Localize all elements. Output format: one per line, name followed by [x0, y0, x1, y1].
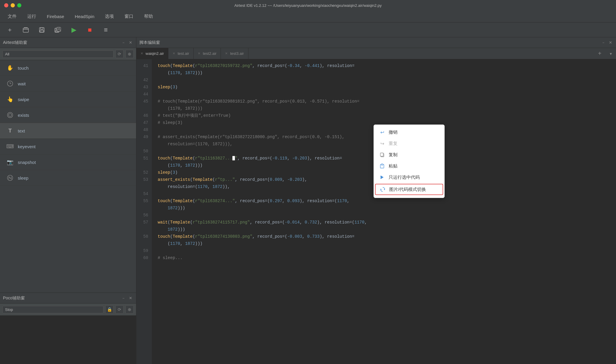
toolbar-save[interactable]: [37, 25, 47, 35]
menu-run[interactable]: 运行: [22, 12, 42, 21]
line-numbers: 41 . 42 43 44 45 . 46 47 48 49 . 50 51 .…: [136, 59, 152, 364]
minimize-button[interactable]: [11, 3, 15, 7]
ctx-toggle-mode[interactable]: 图片/代码模式切换: [375, 184, 443, 195]
api-text[interactable]: T text: [0, 123, 136, 139]
menu-help[interactable]: 帮助: [139, 12, 158, 21]
paste-icon: [379, 163, 385, 169]
title-bar: Airtest IDE v1.2.12 ~~ /Users/leiyuanyua…: [0, 0, 616, 11]
keyevent-label: keyevent: [18, 144, 36, 149]
poco-header: Poco辅助窗 － ✕: [0, 293, 136, 304]
toolbar-play[interactable]: ▶: [69, 25, 79, 35]
tab-test3-close[interactable]: ✕: [225, 52, 228, 55]
maximize-button[interactable]: [17, 3, 21, 7]
ctx-run-selected[interactable]: 只运行选中代码: [374, 172, 444, 183]
ctx-run-selected-label: 只运行选中代码: [389, 175, 420, 180]
poco-select[interactable]: Stop: [2, 306, 103, 313]
tab-test2-close[interactable]: ✕: [198, 52, 200, 55]
airtest-close[interactable]: ✕: [128, 40, 133, 45]
snapshot-label: snapshot: [18, 160, 36, 165]
tab-menu-btn[interactable]: ▾: [606, 48, 616, 59]
svg-rect-20: [380, 153, 383, 156]
tab-add-btn[interactable]: +: [594, 48, 606, 59]
menu-bar: 文件 运行 Firebase HeadSpin 选项 窗口 帮助: [0, 11, 616, 23]
toolbar-menu[interactable]: ≡: [101, 25, 111, 35]
editor-close[interactable]: ✕: [608, 40, 613, 45]
airtest-minimize[interactable]: －: [121, 40, 126, 45]
svg-marker-26: [384, 189, 385, 190]
toolbar-stop[interactable]: ■: [85, 25, 95, 35]
tab-test3[interactable]: ✕ test3.air: [221, 48, 248, 59]
editor-title: 脚本编辑窗: [139, 40, 160, 45]
editor-minimize[interactable]: －: [601, 40, 606, 45]
text-icon: T: [6, 127, 14, 135]
ctx-paste[interactable]: 粘贴: [374, 160, 444, 172]
poco-title: Poco辅助窗: [3, 296, 25, 301]
window-controls: [4, 3, 21, 7]
svg-rect-3: [40, 30, 44, 32]
toolbar-open[interactable]: [21, 25, 31, 35]
ctx-toggle-mode-label: 图片/代码模式切换: [389, 187, 426, 192]
tab-waiqin2-label: waiqin2.air: [146, 51, 164, 56]
menu-options[interactable]: 选项: [100, 12, 119, 21]
sleep-label: sleep: [18, 175, 28, 181]
api-exists[interactable]: exists: [0, 107, 136, 123]
editor-tabs: ✕ waiqin2.air ✕ test.air ✕ test2.air ✕ t…: [136, 48, 616, 59]
copy-icon: [379, 152, 385, 158]
poco-minimize[interactable]: －: [121, 296, 126, 301]
tab-test[interactable]: ✕ test.air: [168, 48, 194, 59]
filter-row: All ⟳ ⊕: [0, 48, 136, 60]
api-keyevent[interactable]: ⌨ keyevent: [0, 139, 136, 154]
filter-action-btn[interactable]: ⊕: [125, 50, 134, 58]
poco-close[interactable]: ✕: [128, 296, 133, 301]
tab-test3-label: test3.air: [230, 51, 244, 56]
tab-waiqin2[interactable]: ✕ waiqin2.air: [136, 48, 168, 59]
menu-file[interactable]: 文件: [2, 12, 22, 21]
airtest-controls: － ✕: [121, 40, 133, 45]
ctx-copy[interactable]: 复制: [374, 149, 444, 160]
poco-controls: － ✕: [121, 296, 133, 301]
tab-test2[interactable]: ✕ test2.air: [194, 48, 221, 59]
ctx-redo[interactable]: ↪ 重复: [374, 138, 444, 149]
airtest-title: Airtest辅助窗: [3, 40, 27, 45]
touch-label: touch: [18, 66, 29, 71]
api-swipe[interactable]: 👆 swipe: [0, 92, 136, 107]
api-snapshot[interactable]: 📷 snapshot: [0, 154, 136, 170]
menu-window[interactable]: 窗口: [119, 12, 139, 21]
run-selected-icon: [379, 174, 385, 180]
tab-waiqin2-close[interactable]: ✕: [141, 52, 143, 55]
ctx-copy-label: 复制: [389, 152, 398, 158]
exists-label: exists: [18, 113, 29, 118]
toolbar-save-all[interactable]: [53, 25, 63, 35]
poco-assist-panel: Poco辅助窗 － ✕ Stop 🔒 ⟳ ⊕: [0, 293, 136, 364]
poco-refresh-btn[interactable]: ⟳: [115, 305, 124, 314]
poco-content: [0, 316, 136, 364]
undo-icon: ↩: [379, 129, 385, 135]
swipe-label: swipe: [18, 97, 29, 102]
svg-marker-27: [381, 189, 382, 190]
tab-test-close[interactable]: ✕: [173, 52, 175, 55]
svg-line-17: [9, 177, 11, 179]
svg-point-13: [7, 112, 13, 118]
airtest-header: Airtest辅助窗 － ✕: [0, 37, 136, 48]
context-menu: ↩ 撤销 ↪ 重复 复制: [374, 124, 445, 198]
filter-refresh-btn[interactable]: ⟳: [115, 50, 124, 58]
ctx-undo-label: 撤销: [389, 130, 398, 135]
api-wait[interactable]: wait: [0, 76, 136, 92]
api-sleep[interactable]: sleep: [0, 170, 136, 186]
menu-headspin[interactable]: HeadSpin: [69, 12, 100, 21]
poco-action-btn[interactable]: ⊕: [125, 305, 134, 314]
api-filter-select[interactable]: All: [2, 50, 114, 58]
api-touch[interactable]: ✋ touch: [0, 60, 136, 76]
airtest-assist-panel: Airtest辅助窗 － ✕ All ⟳ ⊕ ✋ touch: [0, 37, 136, 293]
keyevent-icon: ⌨: [6, 142, 14, 151]
toolbar-new[interactable]: ＋: [5, 25, 15, 35]
ctx-undo[interactable]: ↩ 撤销: [374, 127, 444, 138]
window-title: Airtest IDE v1.2.12 ~~ /Users/leiyuanyua…: [234, 3, 382, 8]
left-panel: Airtest辅助窗 － ✕ All ⟳ ⊕ ✋ touch: [0, 37, 136, 364]
poco-lock-btn[interactable]: 🔒: [105, 305, 114, 314]
close-button[interactable]: [4, 3, 8, 7]
code-content[interactable]: touch(Template(r"tpl1638270159732.png", …: [152, 59, 616, 364]
wait-icon: [6, 79, 14, 88]
right-panel: 脚本编辑窗 － ✕ ✕ waiqin2.air ✕ test.air ✕ tes…: [136, 37, 616, 364]
menu-firebase[interactable]: Firebase: [42, 12, 69, 21]
